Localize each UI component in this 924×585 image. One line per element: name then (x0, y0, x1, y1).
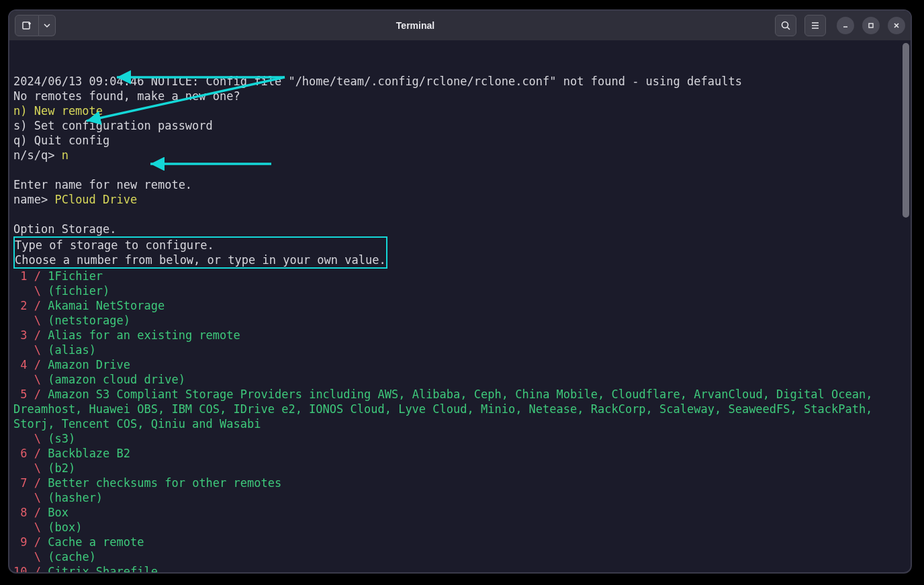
window-title: Terminal (56, 20, 775, 31)
search-button[interactable] (775, 15, 796, 36)
hamburger-icon (810, 20, 821, 31)
maximize-icon (867, 21, 875, 30)
scrollbar-thumb[interactable] (903, 43, 909, 218)
window-controls (837, 17, 905, 34)
titlebar-left-group (15, 15, 56, 36)
minimize-button[interactable] (837, 17, 854, 34)
svg-rect-9 (869, 24, 873, 28)
svg-line-4 (788, 28, 790, 30)
terminal-viewport[interactable]: 2024/06/13 09:04:46 NOTICE: Config file … (9, 40, 911, 574)
close-icon (892, 21, 900, 30)
maximize-button[interactable] (862, 17, 880, 34)
titlebar-right-group (775, 15, 905, 36)
search-icon (780, 20, 791, 31)
terminal-output: 2024/06/13 09:04:46 NOTICE: Config file … (13, 74, 907, 574)
svg-point-3 (782, 22, 788, 28)
new-tab-button[interactable] (15, 15, 39, 36)
new-tab-icon (21, 20, 32, 31)
menu-button[interactable] (804, 15, 826, 36)
titlebar: Terminal (9, 11, 911, 40)
new-tab-dropdown-button[interactable] (39, 15, 56, 36)
terminal-window: Terminal (8, 9, 912, 574)
close-button[interactable] (888, 17, 905, 34)
chevron-down-icon (44, 22, 50, 29)
minimize-icon (841, 21, 849, 30)
